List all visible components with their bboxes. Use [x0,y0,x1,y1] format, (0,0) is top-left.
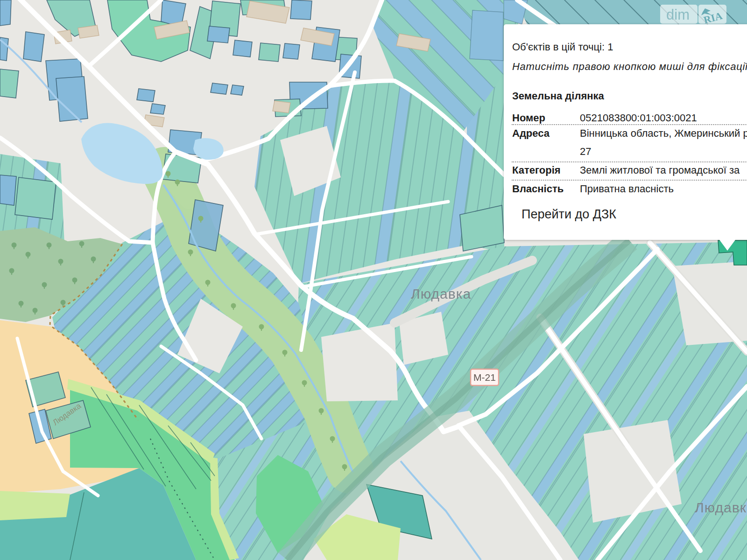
svg-text:Людавка: Людавка [695,500,747,515]
svg-text:dim: dim [666,7,690,23]
svg-text:Людавка: Людавка [411,286,471,301]
svg-text:М-21: М-21 [473,372,496,383]
